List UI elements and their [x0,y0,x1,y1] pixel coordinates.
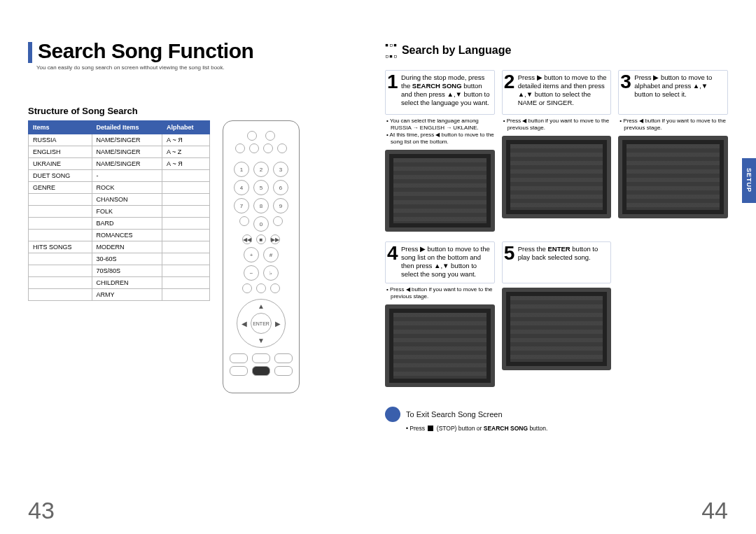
remote-btn: ♭ [263,265,279,281]
step-text: Press ▶ button to move to alphabet and p… [634,73,712,98]
remote-btn [247,131,257,141]
steps-row-2: 4 Press ▶ button to move to the song lis… [385,241,611,387]
table-cell: ROMANCES [92,230,162,241]
remote-btn: 1 [234,162,249,177]
table-cell [29,206,92,218]
page-right: ▪▫▪▫▪▫ Search by Language 1 During the s… [385,39,728,517]
tv-preview [385,304,495,387]
table-cell: CHILDREN [92,277,162,289]
table-cell [29,265,92,277]
table-row: FOLK [29,206,210,218]
remote-btn: + [244,247,259,262]
table-cell [162,194,209,206]
table-cell: ENGLISH [29,146,92,158]
remote-btn: 3 [273,162,288,177]
page-title-block: Search Song Function [28,39,371,63]
remote-btn [274,353,293,363]
setup-side-tab: SETUP [742,158,756,203]
table-cell [29,289,92,301]
table-cell: BARD [92,218,162,230]
tv-preview [502,288,612,370]
dpad-right-icon: ▶ [275,320,281,328]
song-structure-table: Items Detailed Items Alphabet RUSSIANAME… [28,120,210,301]
remote-btn: ■ [256,234,266,244]
remote-btn [256,283,266,293]
remote-btn: # [263,247,279,262]
table-cell: GENRE [29,182,92,194]
tv-preview [385,150,495,232]
remote-btn: 2 [253,162,269,177]
step-box: 3 Press ▶ button to move to alphabet and… [618,70,728,115]
remote-btn: ◀◀ [242,234,252,244]
remote-btn: 4 [234,180,249,195]
table-cell [29,253,92,265]
remote-btn: 5 [253,180,269,195]
table-cell: 70S/80S [92,265,162,277]
step-note: • Press ◀ button if you want to move to … [385,286,495,300]
table-cell [162,182,209,194]
steps-row-1: 1 During the stop mode, press the SEARCH… [385,70,728,232]
page-title: Search Song Function [38,39,253,63]
remote-btn [265,131,275,141]
table-row: BARD [29,218,210,230]
remote-btn [242,283,252,293]
remote-btn: ▶▶ [270,234,280,244]
page-subtitle: You can easily do song search on screen … [36,64,371,71]
step-1-col: 1 During the stop mode, press the SEARCH… [385,70,495,232]
table-cell: RUSSIA [29,134,92,146]
remote-btn [252,366,270,376]
table-cell: UKRAINE [29,158,92,170]
table-cell: А ~ Я [162,134,209,146]
table-cell: FOLK [92,206,162,218]
step-text: Press ▶ button to move to the song list … [401,245,490,278]
table-cell [29,218,92,230]
step-box: 1 During the stop mode, press the SEARCH… [385,70,495,115]
table-cell [162,265,209,277]
col-items: Items [29,121,92,134]
table-cell [162,241,209,253]
table-cell [162,218,209,230]
exit-label: To Exit Search Song Screen [406,410,503,419]
table-row: ENGLISHNAME/SINGERA ~ Z [29,146,210,158]
col-detail: Detailed Items [92,121,162,134]
remote-btn [273,216,283,226]
structure-heading: Structure of Song Search [28,106,371,116]
remote-btn [270,283,280,293]
step-note: • Press ◀ button if you want to move to … [618,118,728,132]
table-cell [29,194,92,206]
tv-preview [502,136,612,218]
table-cell [29,230,92,241]
step-note: • Press ◀ button if you want to move to … [502,118,612,132]
step-note: • You can select the language among RUSS… [385,118,495,146]
step-2-col: 2 Press ▶ button to move to the detailed… [502,70,612,232]
table-row: 30-60S [29,253,210,265]
exit-row: To Exit Search Song Screen [385,407,728,422]
remote-btn [252,353,270,363]
table-cell: А ~ Я [162,158,209,170]
step-text: Press ▶ button to move to the detailed i… [518,73,607,106]
step-text: Press the ENTER button to play back sele… [518,245,598,261]
table-cell: MODERN [92,241,162,253]
tv-preview [618,136,728,218]
step-number: 1 [387,72,398,92]
step-number: 5 [504,244,515,263]
step-3-col: 3 Press ▶ button to move to alphabet and… [618,70,728,232]
table-row: CHANSON [29,194,210,206]
remote-btn: − [244,265,259,281]
remote-btn: 9 [273,198,288,213]
step-5-col: 5 Press the ENTER button to play back se… [502,241,612,387]
remote-btn: 8 [253,198,269,213]
dpad-left-icon: ◀ [241,320,247,328]
remote-btn [274,366,293,376]
table-cell [162,170,209,182]
table-cell: HITS SONGS [29,241,92,253]
table-cell [162,230,209,241]
dpad-enter-label: ENTER [253,321,270,326]
remote-btn [230,353,248,363]
table-row: ROMANCES [29,230,210,241]
checker-icon: ▪▫▪▫▪▫ [385,39,398,62]
remote-btn [235,143,245,153]
remote-btn: 6 [273,180,288,195]
table-row: RUSSIANAME/SINGERА ~ Я [29,134,210,146]
table-row: UKRAINENAME/SINGERА ~ Я [29,158,210,170]
